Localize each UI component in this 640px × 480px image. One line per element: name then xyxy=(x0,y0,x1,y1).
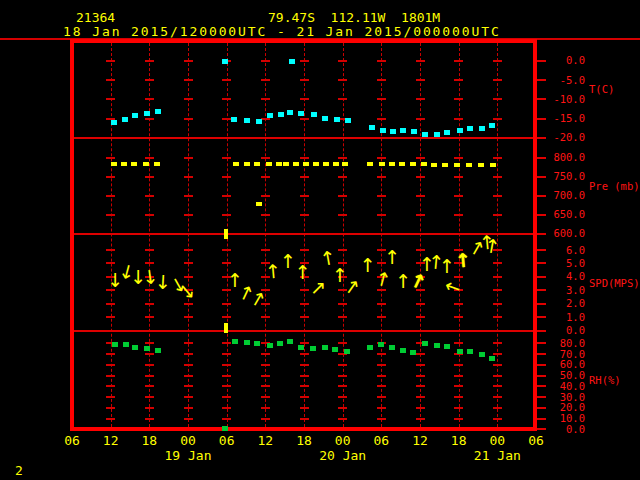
grid-tick-cross xyxy=(416,418,425,420)
grid-tick-cross xyxy=(300,418,309,420)
grid-tick-cross xyxy=(261,98,270,100)
grid-tick-cross xyxy=(184,60,193,62)
grid-tick-cross xyxy=(377,407,386,409)
grid-tick-cross xyxy=(338,195,347,197)
grid-tick-cross xyxy=(493,214,502,216)
grid-tick-cross xyxy=(184,262,193,264)
grid-tick-cross xyxy=(145,418,154,420)
grid-tick-cross xyxy=(145,353,154,355)
data-point-temperature xyxy=(298,111,304,116)
grid-tick-cross xyxy=(416,364,425,366)
data-point-temperature xyxy=(400,128,406,133)
grid-tick-cross xyxy=(377,353,386,355)
wind-arrow: ↑ xyxy=(294,263,312,282)
hour-label: 18 xyxy=(451,434,467,447)
hour-label: 12 xyxy=(258,434,274,447)
data-point-temperature xyxy=(289,59,295,64)
vertical-gridline xyxy=(149,43,150,427)
grid-tick-cross xyxy=(145,157,154,159)
grid-tick-cross xyxy=(145,195,154,197)
grid-tick-cross xyxy=(454,316,463,318)
grid-tick-cross xyxy=(145,407,154,409)
grid-tick-cross xyxy=(493,303,502,305)
data-point-relative-humidity xyxy=(254,341,260,346)
data-point-relative-humidity xyxy=(244,340,250,345)
grid-tick-cross xyxy=(377,214,386,216)
y-axis-tick-label: 0.0 xyxy=(538,325,585,336)
data-point-temperature xyxy=(155,109,161,114)
grid-tick-cross xyxy=(222,262,231,264)
grid-tick-cross xyxy=(493,157,502,159)
grid-tick-cross xyxy=(261,157,270,159)
y-axis-tick-label: 650.0 xyxy=(538,209,585,220)
grid-tick-cross xyxy=(106,396,115,398)
y-axis-tick-label: 2.0 xyxy=(538,298,585,309)
panel-title: Pre (mb) xyxy=(589,181,640,192)
grid-tick-cross xyxy=(377,79,386,81)
grid-tick-cross xyxy=(106,316,115,318)
grid-tick-cross xyxy=(377,60,386,62)
grid-tick-cross xyxy=(300,157,309,159)
grid-tick-cross xyxy=(261,364,270,366)
grid-tick-cross xyxy=(222,157,231,159)
y-axis-tick-label: -10.0 xyxy=(538,94,585,105)
grid-tick-cross xyxy=(145,79,154,81)
hour-label: 06 xyxy=(374,434,390,447)
grid-tick-cross xyxy=(222,249,231,251)
grid-tick-cross xyxy=(493,316,502,318)
data-point-temperature xyxy=(287,110,293,115)
data-point-temperature xyxy=(345,118,351,123)
grid-tick-cross xyxy=(106,385,115,387)
data-point-pressure xyxy=(454,163,460,167)
data-point-pressure xyxy=(154,162,160,166)
grid-tick-cross xyxy=(338,176,347,178)
data-point-pressure xyxy=(490,163,496,167)
y-axis-tick-label: 750.0 xyxy=(538,171,585,182)
data-point-temperature xyxy=(380,128,386,133)
data-point-pressure xyxy=(410,162,416,166)
grid-tick-cross xyxy=(145,375,154,377)
grid-tick-cross xyxy=(493,353,502,355)
data-point-pressure xyxy=(367,162,373,166)
grid-tick-cross xyxy=(493,407,502,409)
grid-tick-cross xyxy=(145,396,154,398)
grid-tick-cross xyxy=(493,195,502,197)
grid-tick-cross xyxy=(222,303,231,305)
grid-tick-cross xyxy=(300,60,309,62)
data-point-temperature xyxy=(457,128,463,133)
data-point-pressure xyxy=(399,162,405,166)
grid-tick-cross xyxy=(300,342,309,344)
grid-tick-cross xyxy=(261,249,270,251)
grid-tick-cross xyxy=(184,375,193,377)
data-point-temperature xyxy=(322,116,328,121)
hour-label: 06 xyxy=(219,434,235,447)
grid-tick-cross xyxy=(222,375,231,377)
panel-title: T(C) xyxy=(589,84,614,95)
grid-tick-cross xyxy=(338,98,347,100)
grid-tick-cross xyxy=(338,303,347,305)
data-point-temperature xyxy=(222,59,228,64)
wind-arrow: ↑ xyxy=(383,248,401,267)
grid-tick-cross xyxy=(416,79,425,81)
grid-tick-cross xyxy=(377,157,386,159)
y-axis-tick-label: 5.0 xyxy=(538,258,585,269)
grid-tick-cross xyxy=(416,375,425,377)
wind-arrow: ↑ xyxy=(359,256,377,275)
hour-label: 12 xyxy=(103,434,119,447)
grid-tick-cross xyxy=(338,214,347,216)
grid-tick-cross xyxy=(222,195,231,197)
data-spike-mark xyxy=(224,323,228,333)
hour-label: 06 xyxy=(528,434,544,447)
data-point-temperature xyxy=(231,117,237,122)
panel-divider xyxy=(74,233,533,235)
grid-tick-cross xyxy=(454,118,463,120)
data-point-relative-humidity xyxy=(367,345,373,350)
data-point-pressure xyxy=(379,162,385,166)
data-point-relative-humidity xyxy=(123,342,129,347)
data-point-relative-humidity xyxy=(344,349,350,354)
data-point-pressure xyxy=(244,162,250,166)
grid-tick-cross xyxy=(300,249,309,251)
data-point-pressure xyxy=(466,163,472,167)
data-point-relative-humidity xyxy=(132,345,138,350)
panel-title: RH(%) xyxy=(589,375,621,386)
